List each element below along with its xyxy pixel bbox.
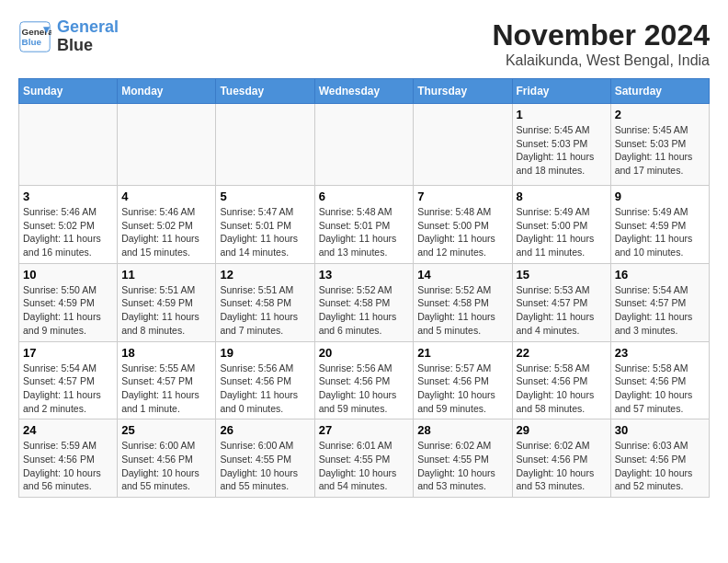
day-number: 25 — [121, 423, 211, 437]
page-title: November 2024 — [492, 18, 710, 52]
day-detail: Sunrise: 5:54 AM Sunset: 4:57 PM Dayligh… — [23, 362, 113, 416]
calendar-cell: 29Sunrise: 6:02 AM Sunset: 4:56 PM Dayli… — [512, 419, 610, 498]
calendar-cell: 9Sunrise: 5:49 AM Sunset: 4:59 PM Daylig… — [610, 186, 709, 264]
day-detail: Sunrise: 5:46 AM Sunset: 5:02 PM Dayligh… — [121, 205, 211, 259]
day-detail: Sunrise: 5:48 AM Sunset: 5:00 PM Dayligh… — [417, 205, 507, 259]
day-detail: Sunrise: 5:48 AM Sunset: 5:01 PM Dayligh… — [319, 205, 410, 259]
day-detail: Sunrise: 5:56 AM Sunset: 4:56 PM Dayligh… — [220, 362, 310, 416]
day-detail: Sunrise: 5:51 AM Sunset: 4:59 PM Dayligh… — [121, 283, 211, 338]
day-number: 9 — [615, 190, 705, 203]
calendar-cell: 4Sunrise: 5:46 AM Sunset: 5:02 PM Daylig… — [118, 186, 216, 264]
day-number: 8 — [517, 190, 607, 203]
week-row-5: 24Sunrise: 5:59 AM Sunset: 4:56 PM Dayli… — [19, 419, 710, 498]
calendar-cell: 20Sunrise: 5:56 AM Sunset: 4:56 PM Dayli… — [314, 341, 414, 419]
header-tuesday: Tuesday — [216, 79, 314, 104]
calendar-cell: 6Sunrise: 5:48 AM Sunset: 5:01 PM Daylig… — [314, 186, 414, 264]
calendar-cell — [414, 104, 512, 186]
day-number: 7 — [417, 190, 507, 203]
day-number: 24 — [23, 423, 113, 437]
day-number: 4 — [121, 190, 211, 203]
page-header: General Blue GeneralBlue November 2024 K… — [18, 18, 710, 69]
day-detail: Sunrise: 5:55 AM Sunset: 4:57 PM Dayligh… — [121, 362, 211, 416]
calendar-cell: 14Sunrise: 5:52 AM Sunset: 4:58 PM Dayli… — [414, 263, 512, 341]
day-detail: Sunrise: 5:59 AM Sunset: 4:56 PM Dayligh… — [23, 439, 113, 493]
day-detail: Sunrise: 5:51 AM Sunset: 4:58 PM Dayligh… — [220, 283, 310, 338]
logo-icon: General Blue — [18, 20, 51, 53]
header-monday: Monday — [118, 79, 216, 104]
day-number: 14 — [417, 268, 507, 282]
calendar-cell: 19Sunrise: 5:56 AM Sunset: 4:56 PM Dayli… — [216, 341, 314, 419]
calendar-cell: 28Sunrise: 6:02 AM Sunset: 4:55 PM Dayli… — [414, 419, 512, 498]
day-number: 3 — [23, 190, 113, 203]
calendar-cell: 10Sunrise: 5:50 AM Sunset: 4:59 PM Dayli… — [19, 263, 118, 341]
day-number: 19 — [220, 346, 310, 360]
calendar-cell: 23Sunrise: 5:58 AM Sunset: 4:56 PM Dayli… — [610, 341, 709, 419]
calendar-cell: 16Sunrise: 5:54 AM Sunset: 4:57 PM Dayli… — [610, 263, 709, 341]
day-detail: Sunrise: 5:56 AM Sunset: 4:56 PM Dayligh… — [319, 362, 410, 416]
calendar-cell: 2Sunrise: 5:45 AM Sunset: 5:03 PM Daylig… — [610, 104, 709, 186]
day-number: 10 — [23, 268, 113, 282]
day-number: 18 — [121, 346, 211, 360]
svg-text:Blue: Blue — [22, 37, 42, 47]
calendar-cell: 15Sunrise: 5:53 AM Sunset: 4:57 PM Dayli… — [512, 263, 610, 341]
day-number: 5 — [220, 190, 310, 203]
day-detail: Sunrise: 6:02 AM Sunset: 4:55 PM Dayligh… — [417, 439, 507, 493]
logo-text: GeneralBlue — [57, 18, 119, 55]
header-thursday: Thursday — [414, 79, 512, 104]
day-detail: Sunrise: 5:47 AM Sunset: 5:01 PM Dayligh… — [220, 205, 310, 259]
calendar-cell: 1Sunrise: 5:45 AM Sunset: 5:03 PM Daylig… — [512, 104, 610, 186]
calendar-cell: 26Sunrise: 6:00 AM Sunset: 4:55 PM Dayli… — [216, 419, 314, 498]
calendar-cell: 30Sunrise: 6:03 AM Sunset: 4:56 PM Dayli… — [610, 419, 709, 498]
day-detail: Sunrise: 5:52 AM Sunset: 4:58 PM Dayligh… — [319, 283, 410, 338]
week-row-3: 10Sunrise: 5:50 AM Sunset: 4:59 PM Dayli… — [19, 263, 710, 341]
calendar-cell: 7Sunrise: 5:48 AM Sunset: 5:00 PM Daylig… — [414, 186, 512, 264]
day-number: 28 — [417, 423, 507, 437]
calendar-cell: 18Sunrise: 5:55 AM Sunset: 4:57 PM Dayli… — [118, 341, 216, 419]
day-number: 13 — [319, 268, 410, 282]
day-number: 22 — [517, 346, 607, 360]
calendar-cell — [216, 104, 314, 186]
day-number: 17 — [23, 346, 113, 360]
calendar-cell: 17Sunrise: 5:54 AM Sunset: 4:57 PM Dayli… — [19, 341, 118, 419]
day-number: 1 — [517, 108, 607, 121]
day-detail: Sunrise: 5:50 AM Sunset: 4:59 PM Dayligh… — [23, 283, 113, 338]
calendar-table: Sunday Monday Tuesday Wednesday Thursday… — [18, 78, 710, 498]
day-number: 21 — [417, 346, 507, 360]
week-row-2: 3Sunrise: 5:46 AM Sunset: 5:02 PM Daylig… — [19, 186, 710, 264]
day-detail: Sunrise: 5:52 AM Sunset: 4:58 PM Dayligh… — [417, 283, 507, 338]
calendar-cell — [118, 104, 216, 186]
day-number: 11 — [121, 268, 211, 282]
day-detail: Sunrise: 6:01 AM Sunset: 4:55 PM Dayligh… — [319, 439, 410, 493]
day-detail: Sunrise: 5:45 AM Sunset: 5:03 PM Dayligh… — [615, 123, 705, 178]
day-number: 26 — [220, 423, 310, 437]
day-number: 12 — [220, 268, 310, 282]
day-number: 27 — [319, 423, 410, 437]
day-number: 15 — [517, 268, 607, 282]
day-detail: Sunrise: 6:02 AM Sunset: 4:56 PM Dayligh… — [517, 439, 607, 493]
header-friday: Friday — [512, 79, 610, 104]
calendar-cell: 21Sunrise: 5:57 AM Sunset: 4:56 PM Dayli… — [414, 341, 512, 419]
day-detail: Sunrise: 5:49 AM Sunset: 4:59 PM Dayligh… — [615, 205, 705, 259]
day-detail: Sunrise: 6:00 AM Sunset: 4:56 PM Dayligh… — [121, 439, 211, 493]
day-detail: Sunrise: 5:45 AM Sunset: 5:03 PM Dayligh… — [517, 123, 607, 178]
day-detail: Sunrise: 5:58 AM Sunset: 4:56 PM Dayligh… — [517, 362, 607, 416]
day-detail: Sunrise: 6:00 AM Sunset: 4:55 PM Dayligh… — [220, 439, 310, 493]
calendar-cell: 3Sunrise: 5:46 AM Sunset: 5:02 PM Daylig… — [19, 186, 118, 264]
day-detail: Sunrise: 5:46 AM Sunset: 5:02 PM Dayligh… — [23, 205, 113, 259]
day-number: 2 — [615, 108, 705, 121]
calendar-cell: 27Sunrise: 6:01 AM Sunset: 4:55 PM Dayli… — [314, 419, 414, 498]
day-number: 20 — [319, 346, 410, 360]
calendar-cell: 12Sunrise: 5:51 AM Sunset: 4:58 PM Dayli… — [216, 263, 314, 341]
day-detail: Sunrise: 5:57 AM Sunset: 4:56 PM Dayligh… — [417, 362, 507, 416]
calendar-cell: 13Sunrise: 5:52 AM Sunset: 4:58 PM Dayli… — [314, 263, 414, 341]
title-block: November 2024 Kalaikunda, West Bengal, I… — [492, 18, 710, 69]
day-number: 6 — [319, 190, 410, 203]
day-detail: Sunrise: 5:54 AM Sunset: 4:57 PM Dayligh… — [615, 283, 705, 338]
day-number: 23 — [615, 346, 705, 360]
calendar-cell: 22Sunrise: 5:58 AM Sunset: 4:56 PM Dayli… — [512, 341, 610, 419]
day-detail: Sunrise: 5:58 AM Sunset: 4:56 PM Dayligh… — [615, 362, 705, 416]
calendar-cell: 25Sunrise: 6:00 AM Sunset: 4:56 PM Dayli… — [118, 419, 216, 498]
header-wednesday: Wednesday — [314, 79, 414, 104]
calendar-header-row: Sunday Monday Tuesday Wednesday Thursday… — [19, 79, 710, 104]
day-detail: Sunrise: 5:53 AM Sunset: 4:57 PM Dayligh… — [517, 283, 607, 338]
